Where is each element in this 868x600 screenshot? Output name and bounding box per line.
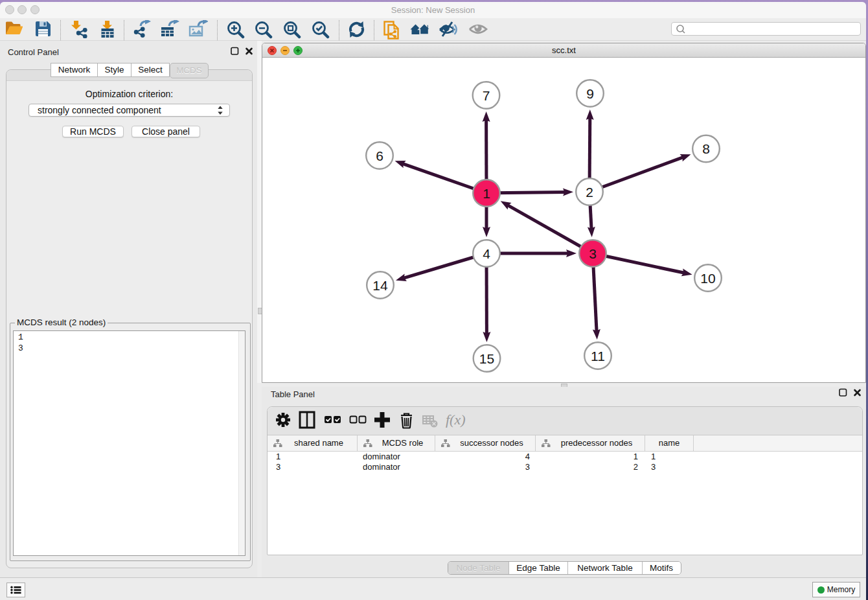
svg-text:2: 2 <box>586 185 593 200</box>
svg-text:11: 11 <box>591 349 605 363</box>
svg-text:4: 4 <box>483 246 490 261</box>
svg-text:14: 14 <box>372 278 388 293</box>
svg-text:f(x): f(x) <box>446 411 466 428</box>
svg-text:1: 1 <box>483 186 490 201</box>
svg-text:8: 8 <box>702 141 710 156</box>
svg-text:10: 10 <box>700 271 715 286</box>
svg-text:9: 9 <box>586 86 594 101</box>
svg-text:7: 7 <box>483 88 490 103</box>
svg-text:6: 6 <box>376 148 383 163</box>
svg-text:3: 3 <box>589 246 597 261</box>
svg-text:15: 15 <box>479 351 494 366</box>
